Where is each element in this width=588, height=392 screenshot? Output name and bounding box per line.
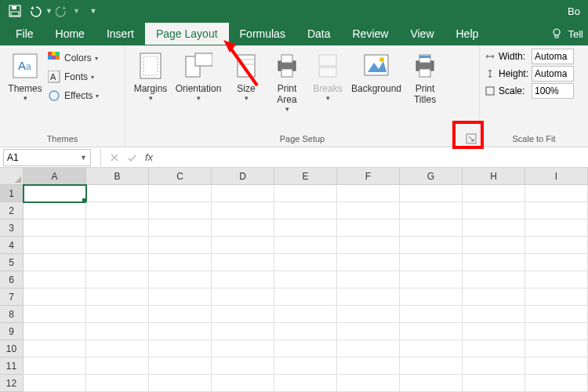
row-header[interactable]: 2 bbox=[0, 202, 24, 220]
grid-cell[interactable] bbox=[463, 220, 525, 237]
tab-insert[interactable]: Insert bbox=[96, 23, 145, 45]
column-header[interactable]: C bbox=[149, 168, 212, 185]
grid-cell[interactable] bbox=[212, 185, 274, 202]
print-area-button[interactable]: Print Area▾ bbox=[267, 49, 307, 114]
column-header[interactable]: B bbox=[86, 168, 149, 185]
grid-cell[interactable] bbox=[400, 254, 463, 271]
grid-cell[interactable] bbox=[149, 202, 212, 220]
column-header[interactable]: A bbox=[24, 168, 86, 185]
grid-cell[interactable] bbox=[337, 289, 400, 306]
name-box[interactable]: A1 ▼ bbox=[3, 149, 91, 166]
grid-cell[interactable] bbox=[525, 323, 588, 340]
column-header[interactable]: D bbox=[212, 168, 274, 185]
row-header[interactable]: 8 bbox=[0, 306, 24, 323]
grid-cell[interactable] bbox=[463, 237, 525, 254]
grid-cell[interactable] bbox=[525, 340, 588, 358]
grid-cell[interactable] bbox=[525, 271, 588, 289]
grid-cell[interactable] bbox=[24, 237, 86, 254]
grid-cell[interactable] bbox=[149, 271, 212, 289]
grid-cell[interactable] bbox=[525, 237, 588, 254]
grid-cell[interactable] bbox=[212, 340, 274, 358]
grid-cell[interactable] bbox=[400, 185, 463, 202]
grid-cell[interactable] bbox=[400, 340, 463, 358]
grid-cell[interactable] bbox=[274, 323, 337, 340]
fx-icon[interactable]: fx bbox=[145, 151, 153, 163]
tab-review[interactable]: Review bbox=[342, 23, 400, 45]
grid-cell[interactable] bbox=[400, 358, 463, 375]
grid-cell[interactable] bbox=[525, 306, 588, 323]
grid-cell[interactable] bbox=[149, 375, 212, 392]
grid-cell[interactable] bbox=[149, 220, 212, 237]
grid-cell[interactable] bbox=[149, 254, 212, 271]
row-header[interactable]: 6 bbox=[0, 271, 24, 289]
grid-cell[interactable] bbox=[400, 323, 463, 340]
grid-cell[interactable] bbox=[212, 306, 274, 323]
column-header[interactable]: E bbox=[274, 168, 337, 185]
chevron-down-icon[interactable]: ▼ bbox=[80, 154, 87, 162]
grid-cell[interactable] bbox=[525, 358, 588, 375]
save-icon[interactable] bbox=[8, 4, 22, 18]
breaks-button[interactable]: Breaks▾ bbox=[307, 49, 348, 103]
scale-input[interactable]: 100% bbox=[532, 83, 574, 99]
tab-file[interactable]: File bbox=[5, 23, 45, 45]
grid-cell[interactable] bbox=[463, 323, 525, 340]
grid-cell[interactable] bbox=[24, 375, 86, 392]
grid-cell[interactable] bbox=[274, 254, 337, 271]
grid-cell[interactable] bbox=[86, 375, 149, 392]
tab-page-layout[interactable]: Page Layout bbox=[145, 23, 229, 45]
grid-cell[interactable] bbox=[274, 202, 337, 220]
row-header[interactable]: 12 bbox=[0, 375, 24, 392]
grid-cell[interactable] bbox=[86, 306, 149, 323]
background-button[interactable]: Background bbox=[348, 49, 405, 96]
grid-cell[interactable] bbox=[212, 323, 274, 340]
page-setup-dialog-launcher[interactable] bbox=[466, 133, 477, 144]
grid-cell[interactable] bbox=[400, 306, 463, 323]
worksheet-grid[interactable]: ABCDEFGHI 123456789101112 bbox=[0, 168, 588, 392]
grid-cell[interactable] bbox=[86, 237, 149, 254]
grid-cell[interactable] bbox=[274, 220, 337, 237]
grid-cell[interactable] bbox=[274, 271, 337, 289]
grid-cell[interactable] bbox=[525, 375, 588, 392]
grid-cell[interactable] bbox=[274, 237, 337, 254]
row-header[interactable]: 10 bbox=[0, 340, 24, 358]
orientation-button[interactable]: Orientation▾ bbox=[171, 49, 226, 103]
tab-help[interactable]: Help bbox=[445, 23, 490, 45]
tab-view[interactable]: View bbox=[399, 23, 445, 45]
height-input[interactable]: Automa bbox=[532, 66, 574, 82]
grid-cell[interactable] bbox=[525, 220, 588, 237]
grid-cell[interactable] bbox=[463, 202, 525, 220]
grid-cell[interactable] bbox=[337, 340, 400, 358]
grid-cell[interactable] bbox=[149, 323, 212, 340]
grid-cell[interactable] bbox=[525, 202, 588, 220]
grid-cell[interactable] bbox=[212, 271, 274, 289]
grid-cell[interactable] bbox=[149, 185, 212, 202]
themes-button[interactable]: Aa Themes ▾ bbox=[5, 49, 45, 103]
undo-icon[interactable] bbox=[28, 4, 42, 18]
formula-input[interactable] bbox=[158, 149, 588, 166]
grid-cell[interactable] bbox=[337, 306, 400, 323]
grid-cell[interactable] bbox=[149, 289, 212, 306]
grid-cell[interactable] bbox=[337, 254, 400, 271]
grid-cell[interactable] bbox=[212, 289, 274, 306]
grid-cell[interactable] bbox=[400, 375, 463, 392]
tab-data[interactable]: Data bbox=[296, 23, 342, 45]
row-header[interactable]: 3 bbox=[0, 220, 24, 237]
grid-cell[interactable] bbox=[274, 375, 337, 392]
column-header[interactable]: F bbox=[337, 168, 400, 185]
row-header[interactable]: 5 bbox=[0, 254, 24, 271]
margins-button[interactable]: Margins▾ bbox=[130, 49, 171, 103]
size-button[interactable]: Size▾ bbox=[226, 49, 267, 103]
row-header[interactable]: 11 bbox=[0, 358, 24, 375]
grid-cell[interactable] bbox=[86, 202, 149, 220]
grid-cell[interactable] bbox=[86, 358, 149, 375]
grid-cell[interactable] bbox=[24, 220, 86, 237]
grid-cell[interactable] bbox=[86, 271, 149, 289]
grid-cell[interactable] bbox=[149, 306, 212, 323]
tell-me[interactable]: Tell bbox=[550, 27, 583, 40]
grid-cell[interactable] bbox=[86, 340, 149, 358]
grid-cell[interactable] bbox=[274, 340, 337, 358]
grid-cell[interactable] bbox=[463, 289, 525, 306]
grid-cell[interactable] bbox=[337, 358, 400, 375]
row-header[interactable]: 9 bbox=[0, 323, 24, 340]
grid-cell[interactable] bbox=[212, 202, 274, 220]
